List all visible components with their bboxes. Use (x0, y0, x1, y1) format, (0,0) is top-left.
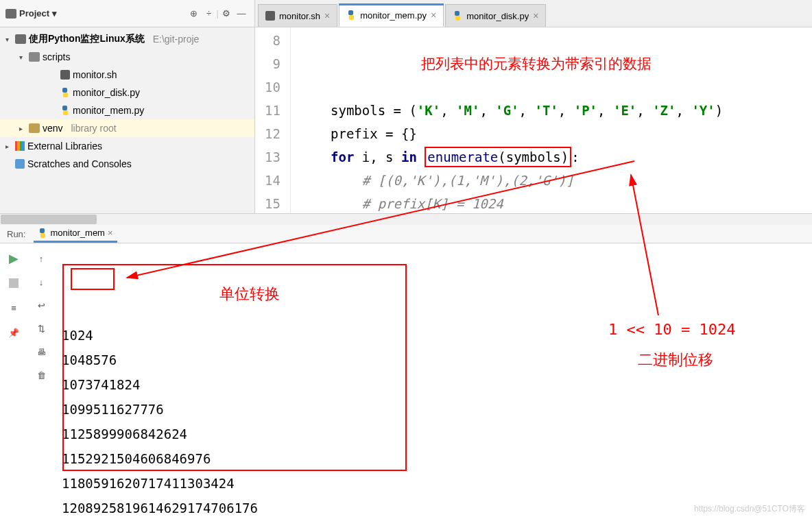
console-line: 1180591620717411303424 (62, 471, 805, 496)
py-file-icon (60, 106, 70, 115)
trash-icon[interactable]: 🗑 (34, 368, 48, 382)
chevron-right-icon: ▸ (5, 143, 12, 150)
folder-icon (15, 34, 26, 44)
wrap-icon[interactable]: ↩ (34, 298, 48, 312)
code-line[interactable]: prefix = {} (331, 122, 812, 145)
root-path: E:\git-proje (153, 34, 200, 45)
tree-file[interactable]: monitor.sh (0, 66, 254, 84)
sh-file-icon (60, 70, 70, 80)
chevron-down-icon: ▾ (52, 8, 57, 19)
console-line: 1125899906842624 (62, 422, 805, 446)
target-icon[interactable]: ⊕ (187, 6, 202, 21)
annotation-unit: 单位转换 (219, 282, 280, 306)
scripts-label: scripts (43, 51, 70, 62)
annotation-bitshift-eq: 1 << 10 = 1024 (608, 321, 735, 338)
code-line[interactable]: # [(0,'K'),(1,'M'),(2,'G')] (331, 169, 812, 192)
annotation-bitshift-desc: 二进制位移 (638, 350, 713, 370)
chevron-down-icon: ▾ (5, 36, 12, 43)
tree-scratches[interactable]: Scratches and Consoles (0, 155, 254, 173)
print-icon[interactable]: 🖶 (34, 345, 48, 359)
tab-label: monitor_mem.py (360, 10, 427, 21)
watermark: https://blog.csdn@51CTO博客 (694, 503, 805, 515)
venv-tag: library root (71, 123, 116, 134)
chevron-right-icon: ▸ (19, 125, 26, 132)
gear-icon[interactable]: ⚙ (219, 6, 234, 21)
file-name: monitor_mem.py (73, 105, 144, 116)
project-selector[interactable]: Project ▾ (5, 8, 57, 19)
code-content[interactable]: 把列表中的元素转换为带索引的数据 symbols = ('K', 'M', 'G… (291, 27, 812, 213)
annotation-enumerate: 把列表中的元素转换为带索引的数据 (421, 52, 652, 75)
scrollbar[interactable] (0, 214, 812, 225)
chevron-down-icon: ▾ (19, 53, 26, 61)
run-tab[interactable]: monitor_mem × (34, 225, 117, 243)
scratches-label: Scratches and Consoles (27, 158, 132, 169)
editor-tab[interactable]: monitor_disk.py× (445, 4, 546, 27)
stop-icon[interactable] (7, 276, 21, 290)
ext-lib-label: External Libraries (27, 141, 102, 152)
sh-file-icon (265, 11, 275, 21)
editor-tab[interactable]: monitor_mem.py× (339, 3, 444, 27)
tab-label: monitor.sh (279, 11, 320, 21)
editor-tabs: monitor.sh×monitor_mem.py×monitor_disk.p… (255, 0, 812, 27)
project-sidebar: Project ▾ ⊕ ÷ | ⚙ — ▾ 使用Python监控Linux系统 … (0, 0, 255, 213)
run-tools-left: ▶ ≡ 📌 (0, 243, 27, 519)
run-tools-right: ↑ ↓ ↩ ⇅ 🖶 🗑 (27, 243, 55, 519)
pin-icon[interactable]: 📌 (7, 326, 21, 339)
console-line: 1152921504606846976 (62, 446, 805, 471)
divide-icon[interactable]: ÷ (202, 6, 217, 21)
code-line[interactable]: # prefix[K] = 1024 (331, 192, 812, 213)
close-icon[interactable]: × (324, 10, 330, 21)
venv-icon (29, 123, 40, 133)
tree-scripts[interactable]: ▾ scripts (0, 48, 254, 66)
run-header: Run: monitor_mem × (0, 225, 812, 243)
arrow-up-icon[interactable]: ↑ (34, 252, 48, 265)
file-name: monitor_disk.py (73, 87, 140, 98)
root-name: 使用Python监控Linux系统 (29, 33, 145, 45)
close-icon[interactable]: × (533, 10, 538, 21)
editor: monitor.sh×monitor_mem.py×monitor_disk.p… (255, 0, 812, 213)
close-icon[interactable]: × (108, 228, 113, 238)
console-line: 1073741824 (62, 372, 805, 397)
sidebar-header: Project ▾ ⊕ ÷ | ⚙ — (0, 0, 254, 27)
py-file-icon (346, 10, 356, 20)
highlight-box: enumerate(symbols) (425, 147, 571, 167)
run-tab-name: monitor_mem (50, 228, 104, 238)
tree-file[interactable]: monitor_mem.py (0, 101, 254, 119)
tree-file[interactable]: monitor_disk.py (0, 84, 254, 101)
libraries-icon (15, 141, 25, 151)
scroll-thumb[interactable] (1, 215, 97, 224)
scratches-icon (15, 159, 25, 169)
console-line: 1099511627776 (62, 397, 805, 422)
py-file-icon (453, 11, 462, 21)
tree-venv[interactable]: ▸ venv library root (0, 119, 254, 137)
venv-name: venv (43, 123, 63, 134)
project-label: Project (19, 8, 49, 19)
tree-root[interactable]: ▾ 使用Python监控Linux系统 E:\git-proje (0, 30, 254, 48)
minimize-icon[interactable]: — (234, 6, 249, 21)
project-tree: ▾ 使用Python监控Linux系统 E:\git-proje ▾ scrip… (0, 27, 254, 176)
run-label: Run: (7, 229, 25, 239)
py-file-icon (60, 88, 70, 97)
layout-icon[interactable]: ≡ (7, 301, 21, 315)
folder-icon (29, 52, 40, 62)
py-file-icon (38, 228, 47, 238)
project-icon (5, 9, 16, 19)
editor-tab[interactable]: monitor.sh× (258, 4, 337, 27)
close-icon[interactable]: × (431, 10, 436, 21)
tab-label: monitor_disk.py (466, 11, 529, 21)
code-area[interactable]: 89101112131415 把列表中的元素转换为带索引的数据 symbols … (255, 27, 812, 213)
console-output[interactable]: 单位转换 10241048576107374182410995116277761… (55, 243, 812, 519)
tree-ext-lib[interactable]: ▸ External Libraries (0, 137, 254, 155)
play-icon[interactable]: ▶ (7, 252, 21, 265)
file-name: monitor.sh (73, 69, 117, 80)
gutter: 89101112131415 (255, 27, 291, 213)
arrow-down-icon[interactable]: ↓ (34, 275, 48, 289)
code-line[interactable]: for i, s in enumerate(symbols): (331, 145, 812, 169)
code-line[interactable]: symbols = ('K', 'M', 'G', 'T', 'P', 'E',… (331, 99, 812, 122)
filter-icon[interactable]: ⇅ (34, 322, 48, 335)
